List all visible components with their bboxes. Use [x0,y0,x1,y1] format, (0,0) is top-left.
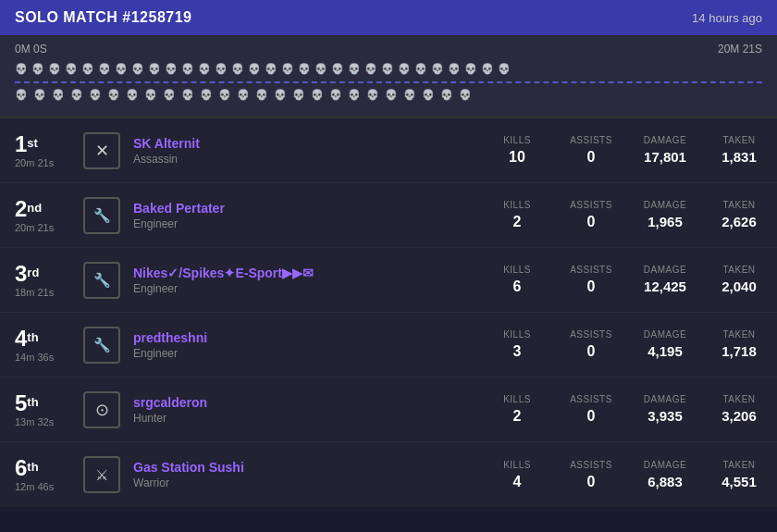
skull-icon: 💀 [15,63,28,75]
rank-number: 2nd [15,198,70,220]
rank-block: 5th 13m 32s [15,392,70,427]
skull-icon: 💀 [31,63,44,75]
kills-label: KILLS [494,460,540,470]
damage-value: 6,883 [642,474,688,489]
player-row: 1st 20m 21s ✕ SK Alternit Assassin KILLS… [0,118,777,183]
skull-icon: 💀 [329,89,342,101]
damage-label: DAMAGE [642,135,688,145]
player-row: 5th 13m 32s ⊙ srgcalderon Hunter KILLS 2… [0,377,777,442]
skull-icon: 💀 [403,89,416,101]
taken-label: TAKEN [716,200,762,210]
stats-block: KILLS 4 ASSISTS 0 DAMAGE 6,883 TAKEN 4,5… [494,460,762,490]
damage-value: 12,425 [642,278,688,294]
rank-number: 3rd [15,263,70,285]
damage-label: DAMAGE [642,460,688,470]
player-class: Engineer [133,282,494,295]
match-time: 14 hours ago [692,11,762,25]
skull-icon: 💀 [48,63,61,75]
skull-row-top: 💀💀💀💀💀💀💀💀💀💀💀💀💀💀💀💀💀💀💀💀💀💀💀💀💀💀💀💀💀💀 [15,63,762,75]
rank-number: 5th [15,392,70,414]
skull-icon: 💀 [70,89,83,101]
kills-value: 3 [494,343,540,360]
player-class: Engineer [133,217,494,230]
stat-taken: TAKEN 2,626 [716,200,762,229]
player-info: Nikes✓/Spikes✦E-Sport▶▶✉ Engineer [133,266,494,295]
kills-label: KILLS [494,265,540,275]
taken-value: 2,626 [716,214,762,229]
player-info: predtheshni Engineer [133,330,494,360]
rank-block: 6th 12m 46s [15,457,70,492]
damage-label: DAMAGE [642,200,688,210]
stats-block: KILLS 2 ASSISTS 0 DAMAGE 3,935 TAKEN 3,2… [494,394,762,425]
player-name[interactable]: srgcalderon [133,395,494,410]
kills-label: KILLS [494,135,540,145]
stat-kills: KILLS 10 [494,135,540,166]
player-info: srgcalderon Hunter [133,395,494,425]
player-info: SK Alternit Assassin [133,136,494,166]
damage-label: DAMAGE [642,329,688,340]
skull-icon: 💀 [98,63,111,75]
skull-icon: 💀 [366,89,379,101]
skull-icon: 💀 [385,89,398,101]
skull-icon: 💀 [231,63,244,75]
rank-time: 13m 32s [15,416,70,427]
player-info: Baked Pertater Engineer [133,201,494,230]
assists-label: ASSISTS [568,460,614,470]
assists-label: ASSISTS [568,329,614,340]
stat-kills: KILLS 2 [494,200,540,230]
damage-value: 3,935 [642,408,688,424]
rank-number: 1st [15,133,70,155]
damage-value: 4,195 [642,343,688,359]
assists-value: 0 [568,343,614,360]
skull-icon: 💀 [255,89,268,101]
rank-time: 20m 21s [15,222,70,233]
skull-icon: 💀 [281,63,294,75]
stat-taken: TAKEN 2,040 [716,265,762,294]
class-icon-assassin: ✕ [83,132,120,169]
header: SOLO MATCH #1258719 14 hours ago [0,0,777,35]
player-name[interactable]: SK Alternit [133,136,494,151]
skull-icon: 💀 [298,63,311,75]
stats-block: KILLS 6 ASSISTS 0 DAMAGE 12,425 TAKEN 2,… [494,265,762,295]
class-icon-engineer: 🔧 [83,327,120,364]
damage-label: DAMAGE [642,394,688,404]
stat-damage: DAMAGE 17,801 [642,135,688,165]
class-icon-engineer: 🔧 [83,197,120,234]
skull-icon: 💀 [81,63,94,75]
kills-value: 2 [494,214,540,230]
taken-label: TAKEN [716,135,762,145]
stat-damage: DAMAGE 1,965 [642,200,688,229]
skull-icon: 💀 [398,63,411,75]
skull-icon: 💀 [144,89,157,101]
stat-assists: ASSISTS 0 [568,265,614,295]
player-name[interactable]: Gas Station Sushi [133,460,494,475]
player-name[interactable]: predtheshni [133,330,494,345]
stat-assists: ASSISTS 0 [568,200,614,230]
stats-block: KILLS 10 ASSISTS 0 DAMAGE 17,801 TAKEN 1… [494,135,762,166]
stat-damage: DAMAGE 6,883 [642,460,688,489]
taken-label: TAKEN [716,329,762,340]
damage-label: DAMAGE [642,265,688,275]
skull-icon: 💀 [52,89,65,101]
rank-block: 2nd 20m 21s [15,198,70,233]
skull-icon: 💀 [115,63,128,75]
skull-icon: 💀 [165,63,178,75]
skull-icon: 💀 [148,63,161,75]
skull-icon: 💀 [448,63,461,75]
taken-value: 1,718 [716,343,762,359]
skull-icon: 💀 [181,63,194,75]
skull-icon: 💀 [198,63,211,75]
player-name[interactable]: Nikes✓/Spikes✦E-Sport▶▶✉ [133,266,494,280]
assists-value: 0 [568,474,614,490]
rank-number: 4th [15,328,70,350]
kills-value: 6 [494,278,540,295]
rank-number: 6th [15,457,70,479]
stat-assists: ASSISTS 0 [568,394,614,425]
taken-value: 2,040 [716,278,762,294]
skull-icon: 💀 [481,63,494,75]
player-name[interactable]: Baked Pertater [133,201,494,216]
stat-assists: ASSISTS 0 [568,329,614,360]
kills-value: 10 [494,149,540,166]
skull-icon: 💀 [237,89,250,101]
player-class: Engineer [133,347,494,360]
